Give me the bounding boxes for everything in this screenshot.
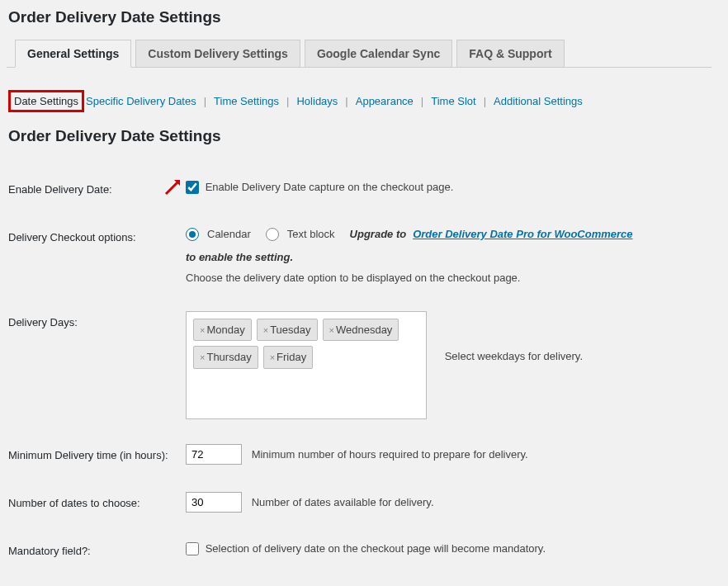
separator: | (421, 95, 423, 107)
label-delivery-days: Delivery Days: (7, 299, 184, 432)
remove-tag-icon[interactable]: × (329, 325, 334, 335)
remove-tag-icon[interactable]: × (263, 325, 268, 335)
section-heading: Order Delivery Date Settings (8, 127, 711, 145)
subtab-date-settings[interactable]: Date Settings (8, 90, 84, 112)
min-delivery-time-help: Minimum number of hours required to prep… (252, 448, 528, 461)
radio-textblock[interactable] (266, 228, 279, 241)
page-title: Order Delivery Date Settings (8, 8, 711, 26)
label-number-of-dates: Number of dates to choose: (7, 480, 184, 527)
label-mandatory-field: Mandatory field?: (7, 527, 184, 575)
day-tag: ×Tuesday (257, 319, 318, 342)
upgrade-link[interactable]: Order Delivery Date Pro for WooCommerce (413, 226, 632, 243)
upgrade-text-suffix: to enable the setting. (186, 249, 293, 266)
tab-google-calendar[interactable]: Google Calendar Sync (305, 40, 452, 68)
checkout-options-description: Choose the delivery date option to be di… (186, 270, 710, 286)
mandatory-checkbox[interactable] (186, 542, 199, 555)
tab-faq-support[interactable]: FAQ & Support (456, 40, 564, 68)
enable-delivery-description: Enable Delivery Date capture on the chec… (206, 181, 454, 193)
sub-tabs: Date Settings Specific Delivery Dates | … (8, 90, 711, 112)
radio-calendar[interactable] (186, 228, 199, 241)
day-tag: ×Monday (193, 319, 252, 342)
subtab-time-slot[interactable]: Time Slot (429, 95, 477, 107)
arrow-annotation-icon (164, 177, 184, 196)
upgrade-text-prefix: Upgrade to (350, 226, 407, 243)
separator: | (345, 95, 347, 107)
subtab-specific-dates[interactable]: Specific Delivery Dates (84, 95, 198, 107)
enable-delivery-checkbox[interactable] (186, 181, 199, 194)
tab-general-settings[interactable]: General Settings (15, 40, 131, 68)
subtab-time-settings[interactable]: Time Settings (212, 95, 281, 107)
radio-textblock-label: Text block (287, 226, 335, 243)
label-enable-delivery: Enable Delivery Date: (7, 166, 184, 214)
subtab-holidays[interactable]: Holidays (295, 95, 339, 107)
min-delivery-time-input[interactable] (186, 444, 242, 465)
subtab-additional-settings[interactable]: Additional Settings (492, 95, 584, 107)
remove-tag-icon[interactable]: × (200, 352, 205, 362)
radio-calendar-label: Calendar (207, 226, 251, 243)
label-checkout-options: Delivery Checkout options: (7, 214, 184, 299)
delivery-days-select[interactable]: ×Monday ×Tuesday ×Wednesday ×Thursday ×F… (186, 311, 427, 419)
tab-custom-delivery[interactable]: Custom Delivery Settings (135, 40, 300, 68)
day-tag: ×Wednesday (323, 319, 399, 342)
nav-tabs: General Settings Custom Delivery Setting… (7, 39, 711, 68)
number-of-dates-help: Number of dates available for delivery. (252, 496, 434, 508)
remove-tag-icon[interactable]: × (200, 325, 205, 335)
mandatory-help: Selection of delivery date on the checko… (206, 542, 546, 555)
separator: | (204, 95, 206, 107)
settings-form: Enable Delivery Date: Enable Delivery Da… (7, 166, 711, 586)
label-min-delivery-time: Minimum Delivery time (in hours): (7, 432, 184, 480)
label-max-orders: Maximum Order Deliveries per day (based … (7, 575, 184, 586)
remove-tag-icon[interactable]: × (270, 352, 275, 362)
number-of-dates-input[interactable] (186, 492, 242, 513)
delivery-days-help: Select weekdays for delivery. (445, 311, 583, 365)
day-tag: ×Thursday (193, 346, 258, 369)
day-tag: ×Friday (263, 346, 314, 369)
separator: | (286, 95, 289, 107)
separator: | (484, 95, 486, 107)
subtab-appearance[interactable]: Appearance (354, 95, 415, 107)
